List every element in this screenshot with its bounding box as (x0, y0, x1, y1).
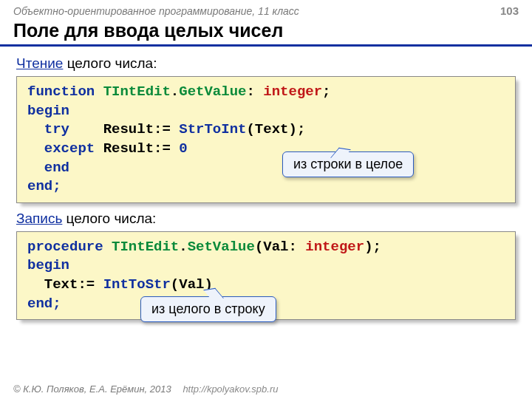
write-code-wrap: procedure TIntEdit.SetValue(Val: integer… (16, 231, 516, 321)
write-section-label: Запись целого числа: (16, 211, 516, 227)
write-callout: из целого в строку (140, 296, 276, 322)
footer-copyright: © К.Ю. Поляков, Е.А. Ерёмин, 2013 (13, 383, 171, 395)
read-code-block: function TIntEdit.GetValue: integer; beg… (16, 76, 516, 203)
read-callout: из строки в целое (282, 151, 414, 177)
write-label-rest: целого числа: (62, 211, 156, 226)
footer-url: http://kpolyakov.spb.ru (183, 383, 278, 395)
slide-content: Чтение целого числа: function TIntEdit.G… (0, 47, 532, 320)
write-label-keyword: Запись (16, 211, 62, 226)
read-label-keyword: Чтение (16, 55, 63, 71)
course-title: Объектно-ориентированное программировани… (13, 5, 299, 17)
page-number: 103 (500, 4, 519, 17)
slide-header: Объектно-ориентированное программировани… (0, 0, 532, 18)
slide-title: Поле для ввода целых чисел (0, 18, 532, 47)
read-label-rest: целого числа: (63, 55, 157, 71)
read-code-wrap: function TIntEdit.GetValue: integer; beg… (16, 76, 516, 203)
read-section-label: Чтение целого числа: (16, 55, 516, 72)
slide-footer: © К.Ю. Поляков, Е.А. Ерёмин, 2013 http:/… (13, 383, 278, 395)
